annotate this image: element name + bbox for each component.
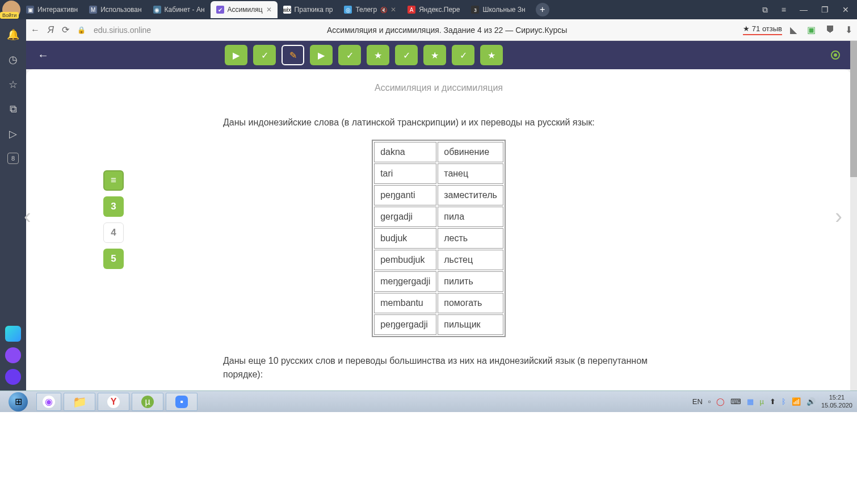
tray-bluetooth-icon[interactable]: ᛒ	[782, 397, 786, 406]
tray-update-icon[interactable]: ⬆	[770, 397, 776, 406]
tray-volume-icon[interactable]: 🔊	[806, 397, 816, 406]
browser-tab-7[interactable]: зШкольные Зн	[465, 1, 531, 18]
tab-mute-icon[interactable]: 🔇	[380, 7, 387, 13]
new-tab-button[interactable]: +	[536, 3, 549, 16]
tray-zoom-icon[interactable]: ▫	[708, 397, 711, 406]
minimize-button[interactable]: —	[800, 5, 808, 15]
next-task-arrow[interactable]: ›	[835, 204, 842, 229]
progress-step-0[interactable]: ▶	[225, 45, 247, 65]
reviews-badge[interactable]: ★ 71 отзыв	[743, 24, 782, 35]
prev-task-arrow[interactable]: ‹	[24, 204, 31, 229]
url-text[interactable]: edu.sirius.online	[94, 26, 151, 35]
history-icon[interactable]: ◷	[9, 53, 18, 66]
tray-keyboard-icon[interactable]: ⌨	[730, 397, 741, 406]
tray-network-icon[interactable]: 📶	[792, 397, 801, 406]
browser-tab-4[interactable]: wixПраткика пр	[278, 1, 339, 18]
taskbar-browser[interactable]: Y	[98, 393, 129, 411]
close-button[interactable]: ✕	[842, 5, 849, 15]
table-row: peŋgergadjiпильщик	[374, 314, 503, 335]
tray-yandex-icon[interactable]: ◯	[716, 397, 725, 406]
tab-favicon-icon: ◎	[344, 6, 352, 14]
table-row: peŋgantiзаместитель	[374, 185, 503, 205]
browser-side-rail: 🔔 ◷ ☆ ⧉ ▷ 8	[0, 19, 26, 390]
browser-tab-1[interactable]: MИспользован	[83, 1, 147, 18]
task-nav-4[interactable]: 4	[103, 222, 124, 243]
rail-app-3[interactable]	[5, 369, 21, 385]
taskbar-explorer[interactable]: 📁	[64, 393, 95, 411]
progress-step-1[interactable]: ✓	[253, 45, 276, 65]
browser-tab-2[interactable]: ◉Кабинет - Ан	[148, 1, 211, 18]
profile-avatar[interactable]: Войти	[2, 1, 20, 19]
task-menu-button[interactable]: ≡	[103, 170, 124, 191]
translation-cell: лесть	[438, 228, 503, 249]
task-nav-3[interactable]: 3	[103, 196, 124, 217]
media-icon[interactable]: ▷	[9, 128, 17, 140]
taskbar-zoom[interactable]: ▪	[166, 393, 198, 411]
address-bar: ← Я ⟳ 🔒 edu.sirius.online Ассимиляция и …	[26, 19, 857, 41]
tab-favicon-icon: A	[408, 6, 415, 14]
below-area	[0, 412, 857, 504]
table-row: meŋgergadjiпилить	[374, 271, 503, 292]
browser-tab-6[interactable]: AЯндекс.Пере	[402, 1, 465, 18]
tab-close-button[interactable]: ✕	[266, 6, 272, 14]
collections-icon[interactable]: ⧉	[10, 103, 17, 115]
progress-step-9[interactable]: ★	[480, 45, 503, 65]
table-row: budjukлесть	[374, 228, 503, 249]
progress-step-4[interactable]: ✓	[338, 45, 361, 65]
taskbar-utorrent[interactable]: µ	[132, 393, 163, 411]
word-cell: gergadji	[374, 207, 436, 227]
taskbar-yandex-music[interactable]: ◉	[36, 393, 61, 411]
tray-app-icon[interactable]: ▦	[747, 397, 754, 406]
task-side-nav: ≡ 3 4 5	[103, 170, 124, 269]
yandex-home-icon[interactable]: Я	[48, 25, 54, 35]
lesson-card: Ассимиляция и диссимиляция Даны индонези…	[26, 69, 851, 390]
reload-button[interactable]: ⟳	[62, 24, 69, 35]
translation-cell: пильщик	[438, 314, 503, 335]
progress-step-2[interactable]: ✎	[282, 45, 304, 65]
scrollbar-track[interactable]	[850, 41, 857, 390]
feedback-icon[interactable]: ⛊	[826, 25, 835, 35]
nav-back-button[interactable]: ←	[31, 25, 40, 35]
tray-time: 15:21	[821, 394, 852, 401]
tray-clock[interactable]: 15:21 15.05.2020	[821, 394, 852, 409]
progress-step-8[interactable]: ✓	[452, 45, 474, 65]
protect-icon[interactable]: ▣	[807, 24, 816, 35]
progress-step-3[interactable]: ▶	[310, 45, 333, 65]
progress-step-6[interactable]: ✓	[395, 45, 418, 65]
table-row: membantuпомогать	[374, 293, 503, 313]
tab-close-button[interactable]: ✕	[390, 6, 396, 14]
scrollbar-thumb[interactable]	[850, 41, 857, 177]
translation-cell: льстец	[438, 250, 503, 270]
rail-app-2[interactable]	[5, 347, 21, 363]
browser-tab-5[interactable]: ◎Телегр🔇✕	[338, 1, 402, 18]
record-indicator-icon[interactable]	[831, 51, 840, 60]
login-badge[interactable]: Войти	[0, 12, 19, 19]
tray-utorrent-icon[interactable]: µ	[759, 397, 764, 406]
start-button[interactable]: ⊞	[2, 393, 34, 411]
notifications-icon[interactable]: 🔔	[7, 28, 19, 41]
progress-step-5[interactable]: ★	[367, 45, 389, 65]
tab-title: Школьные Зн	[482, 6, 525, 14]
lesson-back-button[interactable]: ←	[37, 49, 49, 62]
downloads-icon[interactable]: ⬇	[845, 24, 852, 35]
tab-count-badge[interactable]: 8	[7, 153, 19, 164]
tab-favicon-icon: ▣	[26, 6, 34, 14]
tab-title: Праткика пр	[295, 6, 333, 14]
maximize-button[interactable]: ❐	[821, 5, 829, 15]
tab-title: Яндекс.Пере	[419, 6, 460, 14]
favorites-icon[interactable]: ☆	[9, 78, 18, 91]
panel-icon[interactable]: ⧉	[762, 5, 768, 15]
tab-favicon-icon: M	[89, 6, 97, 14]
tab-favicon-icon: з	[471, 6, 479, 14]
task-nav-5[interactable]: 5	[103, 249, 124, 269]
browser-tab-3[interactable]: ✔Ассимиляц✕	[211, 1, 278, 18]
menu-icon[interactable]: ≡	[782, 5, 786, 15]
rail-app-1[interactable]	[5, 326, 21, 342]
bookmark-icon[interactable]: ◣	[790, 24, 797, 35]
translation-cell: пила	[438, 207, 503, 227]
tab-favicon-icon: wix	[283, 6, 291, 14]
page-title: Ассимиляция и диссимиляция. Задание 4 из…	[159, 26, 735, 35]
browser-tab-0[interactable]: ▣Интерактивн	[20, 1, 83, 18]
progress-step-7[interactable]: ★	[423, 45, 446, 65]
tray-lang[interactable]: EN	[692, 397, 703, 406]
